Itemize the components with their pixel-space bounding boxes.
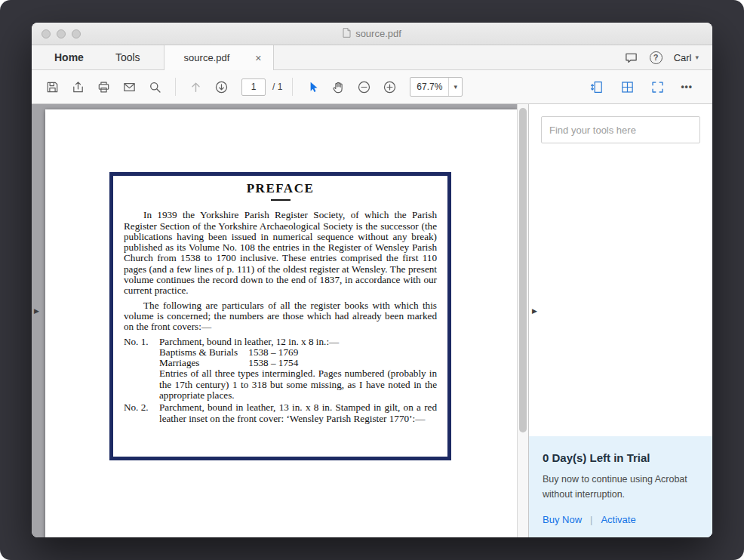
organize-pages-button[interactable] <box>616 75 639 99</box>
register-item-intro: Parchment, bound in leather, 12 in. x 8 … <box>159 336 339 347</box>
register-date-row: Baptisms & Burials 1538 – 1769 <box>159 347 437 358</box>
zoom-level-select[interactable]: 67.7% ▾ <box>410 77 463 97</box>
titlebar: source.pdf <box>32 23 712 45</box>
trial-links-divider: | <box>590 514 592 525</box>
pdf-file-icon <box>343 28 351 40</box>
heading-rule <box>271 199 291 201</box>
select-tool-button[interactable] <box>301 75 324 99</box>
zoom-in-button[interactable] <box>378 75 401 99</box>
register-item-note: Entries of all three types intermingled.… <box>159 368 437 401</box>
tab-tools[interactable]: Tools <box>100 45 156 69</box>
email-button[interactable] <box>118 75 141 99</box>
register-item: No. 1. Parchment, bound in leather, 12 i… <box>124 337 437 402</box>
register-item-label: No. 1. <box>124 337 159 402</box>
tab-home[interactable]: Home <box>32 45 100 69</box>
user-name: Carl <box>674 52 692 63</box>
register-item-body: Parchment, bound in leather, 12 in. x 8 … <box>159 337 437 402</box>
right-panel-toggle[interactable]: ▶ <box>532 308 537 315</box>
window-title-wrap: source.pdf <box>343 28 401 40</box>
trial-links: Buy Now | Activate <box>543 514 699 525</box>
buy-now-link[interactable]: Buy Now <box>543 514 582 525</box>
pdf-page: PREFACE In 1939 the Yorkshire Parish Reg… <box>45 109 517 537</box>
vertical-scrollbar[interactable] <box>517 104 528 537</box>
search-icon[interactable] <box>143 75 167 99</box>
register-item: No. 2. Parchment, bound in leather, 13 i… <box>124 402 437 424</box>
next-page-button[interactable] <box>210 75 233 99</box>
tabbar-right: ? Carl ▾ <box>624 45 712 69</box>
trial-message: Buy now to continue using Acrobat withou… <box>543 472 699 502</box>
document-tab-label: source.pdf <box>184 52 230 63</box>
content-area: ▶ PREFACE In 1939 the Yorkshire Parish R… <box>32 104 712 537</box>
traffic-lights <box>42 23 81 45</box>
activate-link[interactable]: Activate <box>601 514 635 525</box>
tools-sidebar: ▶ 0 Day(s) Left in Trial Buy now to cont… <box>528 104 712 537</box>
register-item-label: No. 2. <box>124 402 159 424</box>
chevron-down-icon[interactable]: ▾ <box>448 78 462 96</box>
previous-page-button[interactable] <box>184 75 208 99</box>
zoom-level-value: 67.7% <box>410 82 448 92</box>
acrobat-window: source.pdf Home Tools source.pdf × <box>32 23 712 537</box>
toolbar-right-cluster: ••• <box>586 75 703 99</box>
pdf-heading: PREFACE <box>124 183 437 194</box>
search-input[interactable] <box>541 116 700 143</box>
register-item-body: Parchment, bound in leather, 13 in. x 8 … <box>159 402 437 424</box>
zoom-button[interactable] <box>72 29 81 38</box>
left-panel-toggle[interactable]: ▶ <box>34 308 39 315</box>
close-button[interactable] <box>42 29 51 38</box>
scrollbar-thumb[interactable] <box>519 108 527 432</box>
comment-bubble-icon[interactable] <box>624 51 638 65</box>
tab-bar: Home Tools source.pdf × ? Carl ▾ <box>32 45 712 70</box>
screen-backdrop: source.pdf Home Tools source.pdf × <box>0 0 744 560</box>
pdf-paragraph: The following are particulars of all the… <box>124 300 437 333</box>
page-scroll-mode-button[interactable] <box>586 75 609 99</box>
more-tools-button[interactable]: ••• <box>676 75 697 99</box>
trial-notice: 0 Day(s) Left in Trial Buy now to contin… <box>529 436 712 537</box>
print-button[interactable] <box>92 75 115 99</box>
toolbar-divider <box>175 78 176 96</box>
register-date-row: Marriages 1538 – 1754 <box>159 358 437 368</box>
window-title: source.pdf <box>355 28 401 39</box>
trial-title: 0 Day(s) Left in Trial <box>543 451 699 464</box>
save-button[interactable] <box>41 75 64 99</box>
close-tab-icon[interactable]: × <box>255 53 261 63</box>
hand-tool-button[interactable] <box>327 75 350 99</box>
help-icon[interactable]: ? <box>650 51 663 64</box>
chevron-down-icon: ▾ <box>695 54 699 61</box>
scanned-page: PREFACE In 1939 the Yorkshire Parish Reg… <box>109 172 451 460</box>
user-menu[interactable]: Carl ▾ <box>674 52 699 63</box>
fullscreen-icon[interactable] <box>646 75 669 99</box>
tab-document[interactable]: source.pdf × <box>164 45 275 70</box>
pdf-paragraph: In 1939 the Yorkshire Parish Register So… <box>124 210 437 296</box>
toolbar-divider <box>292 78 293 96</box>
page-number-input[interactable] <box>241 78 266 96</box>
share-upload-button[interactable] <box>66 75 90 99</box>
page-count-label: / 1 <box>272 82 282 92</box>
zoom-out-button[interactable] <box>352 75 376 99</box>
toolbar: / 1 67 <box>32 70 712 104</box>
minimize-button[interactable] <box>57 29 66 38</box>
document-canvas: ▶ PREFACE In 1939 the Yorkshire Parish R… <box>32 104 517 537</box>
